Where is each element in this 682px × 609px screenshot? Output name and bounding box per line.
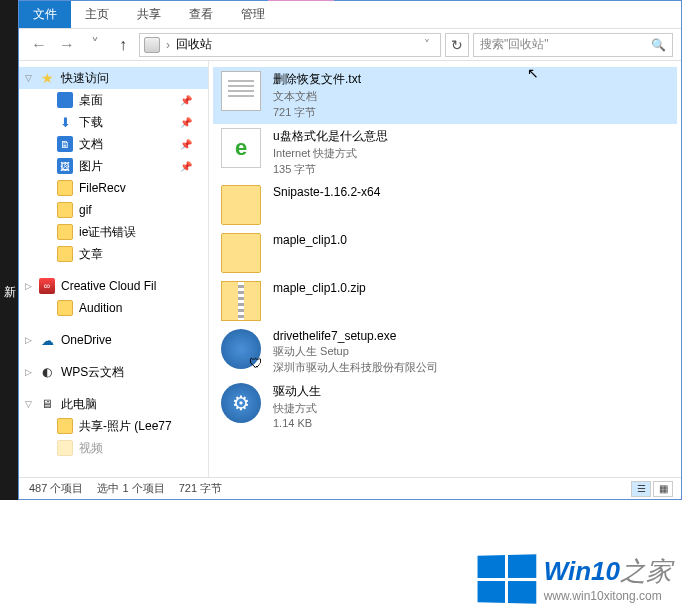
- tree-this-pc[interactable]: ▽ 🖥 此电脑: [19, 393, 208, 415]
- view-icons-button[interactable]: ▦: [653, 481, 673, 497]
- view-mode-buttons: ☰ ▦: [631, 481, 673, 497]
- wps-icon: ◐: [39, 364, 55, 380]
- tree-articles[interactable]: 文章: [19, 243, 208, 265]
- file-name: u盘格式化是什么意思: [273, 128, 388, 145]
- pin-icon: 📌: [180, 95, 192, 106]
- tree-pictures[interactable]: 🖼 图片 📌: [19, 155, 208, 177]
- tree-ie-error[interactable]: ie证书错误: [19, 221, 208, 243]
- tree-videos[interactable]: 视频: [19, 437, 208, 459]
- folder-icon: [57, 440, 73, 456]
- tree-filerecv[interactable]: FileRecv: [19, 177, 208, 199]
- chevron-right-icon: ▷: [25, 335, 32, 345]
- tab-file[interactable]: 文件: [19, 1, 71, 28]
- nav-forward-button[interactable]: →: [55, 33, 79, 57]
- tree-audition[interactable]: Audition: [19, 297, 208, 319]
- pc-icon: 🖥: [39, 396, 55, 412]
- address-dropdown-icon[interactable]: ˅: [418, 38, 436, 52]
- folder-icon: [57, 224, 73, 240]
- search-placeholder: 搜索"回收站": [480, 36, 549, 53]
- file-size: 135 字节: [273, 162, 388, 177]
- star-icon: ★: [39, 70, 55, 86]
- explorer-body: ▽ ★ 快速访问 桌面 📌 ⬇ 下载 📌 🗎 文档 📌 🖼 图片: [19, 61, 681, 477]
- download-icon: ⬇: [57, 114, 73, 130]
- file-row[interactable]: maple_clip1.0.zip: [213, 277, 677, 325]
- tree-label: 文章: [79, 246, 103, 263]
- file-row[interactable]: drivethelife7_setup.exe驱动人生 Setup深圳市驱动人生…: [213, 325, 677, 379]
- file-name: drivethelife7_setup.exe: [273, 329, 438, 343]
- tree-wps[interactable]: ▷ ◐ WPS云文档: [19, 361, 208, 383]
- tree-label: 此电脑: [61, 396, 97, 413]
- desktop-left-strip: 新: [0, 0, 18, 500]
- status-size: 721 字节: [179, 481, 222, 496]
- tab-home[interactable]: 主页: [71, 1, 123, 28]
- file-type: Internet 快捷方式: [273, 146, 388, 161]
- status-item-count: 487 个项目: [29, 481, 83, 496]
- folder-icon: [57, 300, 73, 316]
- pictures-icon: 🖼: [57, 158, 73, 174]
- navigation-tree: ▽ ★ 快速访问 桌面 📌 ⬇ 下载 📌 🗎 文档 📌 🖼 图片: [19, 61, 209, 477]
- refresh-button[interactable]: ↻: [445, 33, 469, 57]
- address-location: 回收站: [176, 36, 212, 53]
- file-row[interactable]: ⚙驱动人生快捷方式1.14 KB: [213, 379, 677, 433]
- tree-desktop[interactable]: 桌面 📌: [19, 89, 208, 111]
- tree-label: 视频: [79, 440, 103, 457]
- documents-icon: 🗎: [57, 136, 73, 152]
- status-selection: 选中 1 个项目: [97, 481, 164, 496]
- tree-onedrive[interactable]: ▷ ☁ OneDrive: [19, 329, 208, 351]
- tree-gif[interactable]: gif: [19, 199, 208, 221]
- tree-downloads[interactable]: ⬇ 下载 📌: [19, 111, 208, 133]
- onedrive-icon: ☁: [39, 332, 55, 348]
- folder-icon: [57, 202, 73, 218]
- tree-creative-cloud[interactable]: ▷ ∞ Creative Cloud Fil: [19, 275, 208, 297]
- addr-separator: ›: [166, 38, 170, 52]
- watermark-url: www.win10xitong.com: [544, 589, 672, 603]
- file-name: Snipaste-1.16.2-x64: [273, 185, 380, 199]
- search-input[interactable]: 搜索"回收站" 🔍: [473, 33, 673, 57]
- pin-icon: 📌: [180, 161, 192, 172]
- tree-label: 图片: [79, 158, 103, 175]
- tree-label: OneDrive: [61, 333, 112, 347]
- tree-label: 快速访问: [61, 70, 109, 87]
- watermark-title-suffix: 之家: [620, 556, 672, 586]
- tree-documents[interactable]: 🗎 文档 📌: [19, 133, 208, 155]
- watermark-title-main: Win10: [544, 556, 620, 586]
- navigation-bar: ← → ˅ ↑ › 回收站 ˅ ↻ 搜索"回收站" 🔍: [19, 29, 681, 61]
- nav-up-button[interactable]: ↑: [111, 33, 135, 57]
- tab-share[interactable]: 共享: [123, 1, 175, 28]
- tree-label: ie证书错误: [79, 224, 136, 241]
- file-row[interactable]: eu盘格式化是什么意思Internet 快捷方式135 字节: [213, 124, 677, 181]
- chevron-down-icon: ▽: [25, 73, 32, 83]
- nav-recent-dropdown[interactable]: ˅: [83, 33, 107, 57]
- nav-back-button[interactable]: ←: [27, 33, 51, 57]
- tab-manage[interactable]: 管理: [227, 1, 279, 28]
- tree-share-photos[interactable]: 共享-照片 (Lee77: [19, 415, 208, 437]
- tree-label: 文档: [79, 136, 103, 153]
- folder-icon: [57, 246, 73, 262]
- file-type: 驱动人生 Setup: [273, 344, 438, 359]
- file-row[interactable]: maple_clip1.0: [213, 229, 677, 277]
- file-name: 驱动人生: [273, 383, 321, 400]
- tree-label: gif: [79, 203, 92, 217]
- pin-icon: 📌: [180, 117, 192, 128]
- folder-icon: [57, 418, 73, 434]
- pin-icon: 📌: [180, 139, 192, 150]
- tab-view[interactable]: 查看: [175, 1, 227, 28]
- file-size: 深圳市驱动人生科技股份有限公司: [273, 360, 438, 375]
- file-list: 删除恢复文件.txt文本文档721 字节eu盘格式化是什么意思Internet …: [209, 61, 681, 477]
- file-name: 删除恢复文件.txt: [273, 71, 361, 88]
- tree-quick-access[interactable]: ▽ ★ 快速访问: [19, 67, 208, 89]
- tree-label: 桌面: [79, 92, 103, 109]
- file-row[interactable]: 删除恢复文件.txt文本文档721 字节: [213, 67, 677, 124]
- tree-label: 共享-照片 (Lee77: [79, 418, 172, 435]
- desktop-icon: [57, 92, 73, 108]
- tree-label: 下载: [79, 114, 103, 131]
- address-bar[interactable]: › 回收站 ˅: [139, 33, 441, 57]
- chevron-right-icon: ▷: [25, 367, 32, 377]
- status-bar: 487 个项目 选中 1 个项目 721 字节 ☰ ▦: [19, 477, 681, 499]
- view-details-button[interactable]: ☰: [631, 481, 651, 497]
- explorer-window: 回收站工具 文件 主页 共享 查看 管理 ← → ˅ ↑ › 回收站 ˅ ↻ 搜…: [18, 0, 682, 500]
- file-name: maple_clip1.0: [273, 233, 347, 247]
- chevron-right-icon: ▷: [25, 281, 32, 291]
- chevron-down-icon: ▽: [25, 399, 32, 409]
- file-row[interactable]: Snipaste-1.16.2-x64: [213, 181, 677, 229]
